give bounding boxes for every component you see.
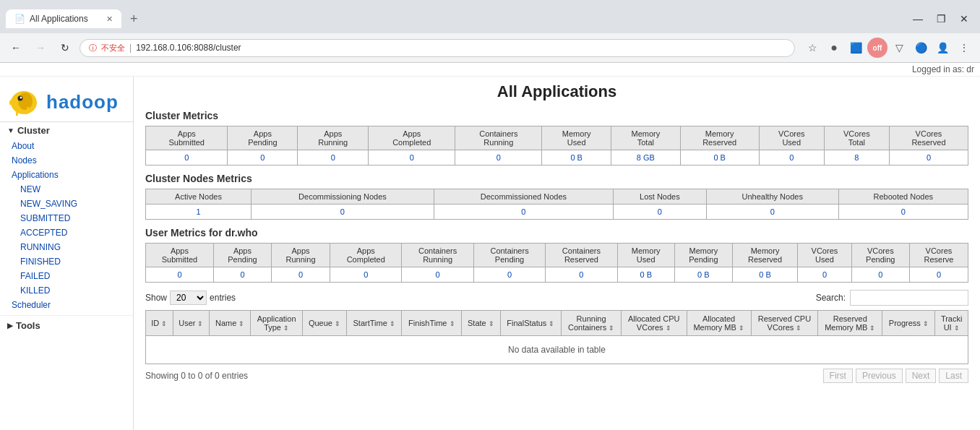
sidebar-item-nodes[interactable]: Nodes	[0, 153, 133, 168]
logged-in-text: Logged in as: dr	[912, 64, 974, 74]
cn-val-1[interactable]: 0	[252, 205, 434, 220]
sidebar-sub-accepted[interactable]: ACCEPTED	[0, 225, 133, 240]
um-val-8: 0 B	[674, 267, 732, 283]
extension3-icon[interactable]: ▽	[889, 38, 909, 58]
applications-link: Applications	[12, 170, 59, 180]
tools-header[interactable]: ▶ Tools	[0, 315, 133, 335]
cn-val-2[interactable]: 0	[434, 205, 613, 220]
sidebar-sub-new-saving[interactable]: NEW_SAVING	[0, 197, 133, 211]
dt-header-queue[interactable]: Queue ⇕	[302, 311, 346, 336]
sidebar-sub-new[interactable]: NEW	[0, 182, 133, 197]
dt-header-res-mem[interactable]: ReservedMemory MB ⇕	[818, 311, 882, 336]
cluster-arrow-icon: ▼	[7, 126, 14, 134]
cm-val-6: 8 GB	[611, 150, 681, 165]
dt-header-finish[interactable]: FinishTime ⇕	[402, 311, 462, 336]
user-metrics-table: AppsSubmitted AppsPending AppsRunning Ap…	[145, 243, 968, 283]
um-header-5: ContainersPending	[473, 244, 545, 267]
dt-header-state[interactable]: State ⇕	[462, 311, 500, 336]
user-account-icon[interactable]: 👤	[932, 38, 953, 58]
cn-val-5[interactable]: 0	[838, 205, 968, 220]
extension4-icon[interactable]: 🔵	[911, 38, 931, 58]
nodes-link: Nodes	[12, 155, 37, 165]
cm-header-10: VCoresReserved	[889, 126, 968, 150]
dt-header-running-containers[interactable]: RunningContainers ⇕	[562, 311, 622, 336]
cm-val-3[interactable]: 0	[369, 150, 455, 165]
extension2-icon[interactable]: off	[867, 38, 887, 58]
dt-header-name[interactable]: Name ⇕	[210, 311, 251, 336]
cm-header-8: VCoresUsed	[759, 126, 824, 150]
sidebar-sub-submitted[interactable]: SUBMITTED	[0, 211, 133, 225]
pagination: Showing 0 to 0 of 0 entries First Previo…	[145, 369, 968, 383]
tab-close-button[interactable]: ✕	[106, 14, 113, 24]
bookmark-button[interactable]: ☆	[802, 38, 822, 58]
um-val-11: 0	[851, 267, 909, 283]
cn-val-0[interactable]: 1	[146, 205, 252, 220]
window-controls: — ❐ ✕	[902, 4, 980, 33]
last-button[interactable]: Last	[939, 369, 968, 383]
cm-header-2: AppsRunning	[298, 126, 369, 150]
cm-val-0[interactable]: 0	[146, 150, 228, 165]
page-title: All Applications	[145, 82, 968, 101]
search-input[interactable]	[850, 290, 968, 306]
content-area: All Applications Cluster Metrics AppsSub…	[134, 77, 980, 430]
url-bar[interactable]: ⓘ 不安全 | 192.168.0.106:8088/cluster	[79, 39, 795, 57]
close-button[interactable]: ✕	[954, 9, 974, 29]
um-header-4: ContainersRunning	[402, 244, 473, 267]
dt-header-final-status[interactable]: FinalStatus ⇕	[500, 311, 562, 336]
sort-icon-name: ⇕	[238, 320, 244, 327]
sidebar-sub-killed[interactable]: KILLED	[0, 283, 133, 298]
extension1-icon[interactable]: 🟦	[846, 38, 866, 58]
um-header-10: VCoresUsed	[798, 244, 852, 267]
cn-header-1: Decommissioning Nodes	[252, 189, 434, 205]
um-header-8: MemoryPending	[674, 244, 732, 267]
dt-header-id[interactable]: ID ⇕	[146, 311, 173, 336]
next-button[interactable]: Next	[906, 369, 937, 383]
sidebar-sub-running[interactable]: RUNNING	[0, 240, 133, 254]
cm-val-4[interactable]: 0	[455, 150, 542, 165]
first-button[interactable]: First	[823, 369, 853, 383]
cn-val-4[interactable]: 0	[706, 205, 838, 220]
logo-area: hadoop	[0, 82, 133, 122]
cm-val-9: 8	[824, 150, 889, 165]
page-buttons: First Previous Next Last	[823, 369, 968, 383]
user-metrics-title: User Metrics for dr.who	[145, 227, 968, 238]
sidebar-item-applications[interactable]: Applications	[0, 168, 133, 182]
sidebar-sub-failed[interactable]: FAILED	[0, 269, 133, 283]
entries-select[interactable]: 10 20 50 100	[170, 291, 207, 305]
cm-header-3: AppsCompleted	[369, 126, 455, 150]
profile-icon[interactable]: ●	[824, 38, 844, 58]
logged-in-bar: Logged in as: dr	[0, 63, 980, 77]
cm-val-2[interactable]: 0	[298, 150, 369, 165]
dt-header-progress[interactable]: Progress ⇕	[882, 311, 935, 336]
sidebar-item-about[interactable]: About	[0, 139, 133, 153]
active-tab[interactable]: 📄 All Applications ✕	[6, 9, 121, 28]
dt-header-res-cpu[interactable]: Reserved CPUVCores ⇕	[751, 311, 817, 336]
minimize-button[interactable]: —	[908, 9, 928, 29]
back-button[interactable]: ←	[6, 38, 26, 58]
no-data-message: No data available in table	[146, 336, 968, 364]
show-label: Show	[145, 293, 167, 303]
more-options-button[interactable]: ⋮	[954, 38, 974, 58]
previous-button[interactable]: Previous	[856, 369, 903, 383]
sidebar-sub-finished[interactable]: FINISHED	[0, 254, 133, 269]
reload-button[interactable]: ↻	[55, 38, 75, 58]
dt-header-tracking-ui[interactable]: TrackiUI ⇕	[935, 311, 968, 336]
dt-header-app-type[interactable]: ApplicationType ⇕	[251, 311, 303, 336]
cluster-header[interactable]: ▼ Cluster	[0, 122, 133, 139]
cm-header-5: MemoryUsed	[542, 126, 611, 150]
dt-header-start[interactable]: StartTime ⇕	[347, 311, 402, 336]
cluster-nodes-title: Cluster Nodes Metrics	[145, 173, 968, 184]
sort-icon-id: ⇕	[161, 320, 167, 327]
dt-header-user[interactable]: User ⇕	[173, 311, 210, 336]
tab-favicon: 📄	[14, 14, 25, 24]
sort-icon-alloc-mem: ⇕	[739, 324, 744, 332]
new-tab-button[interactable]: +	[121, 8, 147, 30]
cn-val-3[interactable]: 0	[613, 205, 706, 220]
sidebar-item-scheduler[interactable]: Scheduler	[0, 298, 133, 312]
dt-header-alloc-cpu[interactable]: Allocated CPUVCores ⇕	[621, 311, 687, 336]
forward-button[interactable]: →	[30, 38, 51, 58]
failed-link: FAILED	[20, 271, 50, 281]
cm-val-1[interactable]: 0	[228, 150, 298, 165]
maximize-button[interactable]: ❐	[931, 9, 951, 29]
dt-header-alloc-mem[interactable]: AllocatedMemory MB ⇕	[687, 311, 751, 336]
